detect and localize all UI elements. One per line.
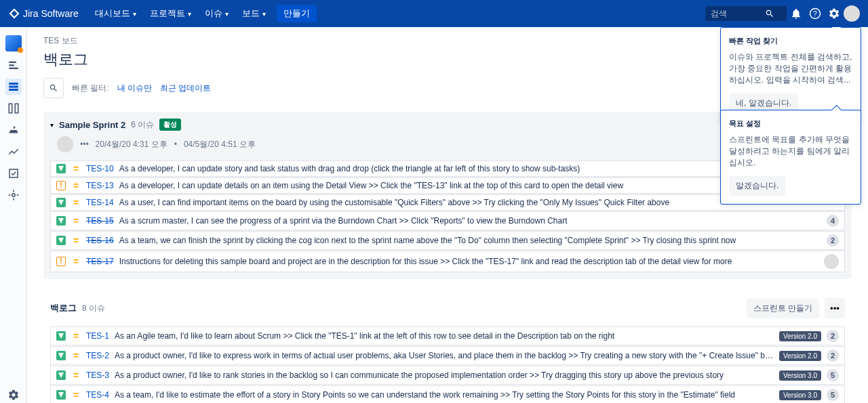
issue-key[interactable]: TES-14: [86, 198, 114, 207]
story-icon: [56, 331, 66, 341]
roadmap-icon[interactable]: [5, 57, 22, 73]
priority-icon: [71, 351, 81, 360]
create-button[interactable]: 만들기: [277, 5, 317, 22]
svg-point-11: [12, 194, 15, 197]
task-icon: [56, 257, 66, 266]
ship-icon[interactable]: [5, 122, 22, 138]
sprint-count: 6 이슈: [131, 119, 154, 131]
help-icon[interactable]: ?: [806, 4, 825, 23]
story-icon: [56, 351, 66, 360]
filter-recent[interactable]: 최근 업데이트: [160, 83, 211, 94]
svg-rect-5: [9, 83, 18, 85]
priority-icon: [71, 198, 81, 207]
issue-row[interactable]: TES-17Instructions for deleting this sam…: [50, 251, 845, 272]
issue-key[interactable]: TES-17: [86, 257, 114, 266]
story-icon: [56, 198, 66, 207]
search-box[interactable]: [705, 6, 787, 21]
app-icon[interactable]: [5, 35, 22, 51]
version-badge: Version 2.0: [779, 351, 821, 361]
sprint-name: Sample Sprint 2: [59, 120, 125, 130]
logo[interactable]: Jira Software: [8, 7, 79, 20]
sidebar: [0, 27, 27, 403]
issue-summary: As a team, I'd like to estimate the effo…: [115, 390, 774, 400]
version-badge: Version 3.0: [779, 370, 821, 381]
story-icon: [56, 216, 66, 226]
task-icon: [56, 181, 66, 190]
issue-key[interactable]: TES-10: [86, 164, 114, 173]
story-icon: [56, 370, 66, 380]
jira-icon: [8, 7, 20, 20]
svg-text:?: ?: [813, 9, 817, 18]
svg-rect-2: [9, 62, 16, 63]
popover-ok-button[interactable]: 알겠습니다.: [729, 176, 785, 196]
priority-icon: [71, 331, 81, 341]
issue-row[interactable]: TES-16As a team, we can finish the sprin…: [50, 231, 845, 250]
priority-icon: [71, 236, 81, 245]
top-nav: Jira Software 대시보드 ▾ 프로젝트 ▾ 이슈 ▾ 보드 ▾ 만들…: [0, 0, 868, 27]
story-points: 5: [827, 369, 839, 381]
story-points: 2: [827, 330, 839, 342]
assignee-avatar[interactable]: [824, 254, 839, 269]
issue-summary: As a product owner, I'd like to rank sto…: [115, 370, 774, 380]
issue-row[interactable]: TES-3As a product owner, I'd like to ran…: [50, 366, 845, 385]
notifications-icon[interactable]: [787, 4, 806, 23]
nav-projects[interactable]: 프로젝트 ▾: [144, 5, 197, 22]
story-points: 2: [827, 349, 839, 362]
user-avatar[interactable]: [844, 5, 860, 22]
chevron-down-icon: ▾: [262, 10, 266, 18]
project-settings-icon[interactable]: [5, 387, 22, 403]
backlog-more-button[interactable]: •••: [825, 298, 845, 318]
issue-row[interactable]: TES-15As a scrum master, I can see the p…: [50, 211, 845, 230]
popover-title: 목표 설정: [729, 119, 852, 129]
issue-row[interactable]: TES-2As a product owner, I'd like to exp…: [50, 346, 845, 365]
nav-issues[interactable]: 이슈 ▾: [199, 5, 234, 22]
priority-icon: [71, 370, 81, 380]
settings-icon[interactable]: [825, 4, 844, 23]
popover-title: 빠른 작업 찾기: [729, 36, 852, 46]
backlog-header: 백로그 8 이슈 스프린트 만들기 •••: [50, 298, 845, 318]
components-icon[interactable]: [5, 187, 22, 203]
story-icon: [56, 164, 66, 173]
backlog-title: 백로그: [50, 302, 77, 314]
backlog-issues: TES-1As an Agile team, I'd like to learn…: [50, 326, 845, 403]
issue-row[interactable]: TES-4As a team, I'd like to estimate the…: [50, 385, 845, 403]
issue-key[interactable]: TES-1: [86, 331, 109, 341]
priority-icon: [71, 216, 81, 226]
priority-icon: [71, 181, 81, 190]
issue-summary: As a team, we can finish the sprint by c…: [119, 236, 821, 245]
filter-my-issues[interactable]: 내 이슈만: [117, 83, 152, 94]
search-icon: [765, 9, 774, 18]
filter-search-icon[interactable]: [43, 78, 64, 98]
collapse-icon[interactable]: ▾: [50, 121, 54, 129]
svg-rect-6: [9, 86, 18, 88]
svg-rect-7: [9, 89, 18, 91]
search-input[interactable]: [711, 9, 765, 18]
nav-dashboards[interactable]: 대시보드 ▾: [90, 5, 142, 22]
priority-icon: [71, 164, 81, 173]
svg-rect-4: [9, 68, 18, 69]
board-icon[interactable]: [5, 100, 22, 116]
chevron-down-icon: ▾: [188, 10, 191, 18]
issue-key[interactable]: TES-2: [86, 351, 109, 360]
issue-key[interactable]: TES-13: [86, 181, 114, 190]
issue-key[interactable]: TES-3: [86, 370, 109, 380]
chevron-down-icon: ▾: [225, 10, 229, 18]
issue-row[interactable]: TES-1As an Agile team, I'd like to learn…: [50, 326, 845, 345]
sprint-more-icon[interactable]: •••: [80, 140, 89, 149]
issue-key[interactable]: TES-16: [86, 236, 114, 245]
reports-icon[interactable]: [5, 144, 22, 160]
svg-rect-3: [9, 64, 14, 66]
nav-boards[interactable]: 보드 ▾: [237, 5, 271, 22]
issues-icon[interactable]: [5, 165, 22, 182]
issue-key[interactable]: TES-4: [86, 390, 109, 400]
priority-icon: [71, 257, 81, 266]
sprint-avatar[interactable]: [57, 136, 73, 152]
version-badge: Version 2.0: [779, 331, 821, 341]
version-badge: Version 3.0: [779, 390, 821, 400]
issue-summary: As a product owner, I'd like to express …: [115, 351, 774, 360]
issue-key[interactable]: TES-15: [86, 216, 114, 226]
create-sprint-button[interactable]: 스프린트 만들기: [747, 299, 819, 318]
backlog-icon[interactable]: [5, 79, 22, 95]
svg-rect-10: [9, 169, 18, 177]
story-points: 5: [827, 389, 839, 401]
